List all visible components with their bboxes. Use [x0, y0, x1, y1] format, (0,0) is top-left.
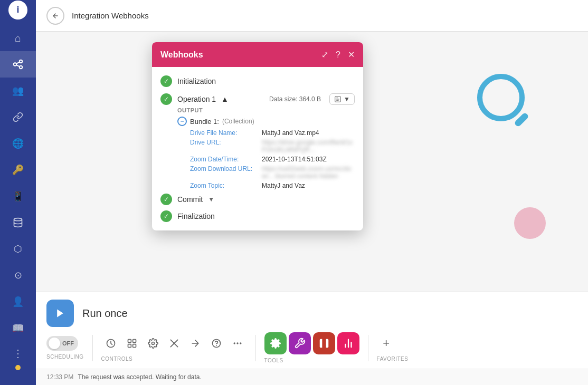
svg-line-4	[16, 65, 20, 66]
gear-tool-icon	[270, 338, 281, 349]
close-icon[interactable]: ✕	[348, 50, 355, 60]
device-icon: 📱	[12, 190, 24, 202]
flow-icon: ⊙	[14, 270, 22, 281]
help-button[interactable]	[207, 334, 226, 353]
plus-icon: +	[383, 336, 390, 350]
more-horiz-icon	[232, 338, 243, 349]
sidebar-item-book[interactable]: 📖	[0, 315, 36, 341]
back-button[interactable]	[46, 7, 64, 25]
initialization-item: ✓ Initialization	[160, 75, 355, 87]
tool-purple-button[interactable]	[289, 332, 311, 354]
controls-icons	[101, 334, 247, 353]
field-key-drive-file: Drive File Name:	[190, 129, 259, 137]
controls-section: CONTROLS	[101, 334, 247, 362]
canvas-area: ✓ Webhooks 1 Custom webhook Webhooks ⤢	[36, 32, 588, 292]
operation-item[interactable]: ✓ Operation 1 ▲ Data size: 364.0 B ▼	[160, 93, 355, 105]
clock-button[interactable]	[101, 334, 120, 353]
settings-button[interactable]	[144, 334, 163, 353]
favorites-section: + FAVORITES	[377, 334, 409, 362]
sidebar-nav: ⌂ 👥 🌐 🔑 📱	[0, 20, 36, 341]
bundle-tag: (Collection)	[222, 118, 254, 125]
send-button[interactable]	[186, 334, 205, 353]
svg-rect-12	[132, 344, 136, 348]
magic-button[interactable]	[165, 334, 184, 353]
status-message: The request was accepted. Waiting for da…	[78, 373, 201, 381]
favorites-icons: +	[377, 334, 396, 353]
export-button[interactable]: ▼	[329, 93, 355, 105]
scheduling-section: OFF SCHEDULING	[46, 336, 84, 360]
svg-point-2	[20, 66, 23, 69]
operation-check-icon: ✓	[160, 93, 172, 105]
run-once-button[interactable]	[46, 300, 74, 327]
bundle-collapse-btn[interactable]: −	[177, 117, 187, 126]
field-zoom-topic: Zoom Topic: MattyJ and Vaz	[190, 182, 355, 189]
tool-pink-button[interactable]	[337, 332, 359, 354]
svg-rect-9	[128, 340, 131, 343]
key-icon: 🔑	[12, 164, 24, 176]
sidebar-logo[interactable]: i	[0, 0, 36, 20]
svg-point-18	[240, 342, 241, 344]
sidebar-item-flow[interactable]: ⊙	[0, 262, 36, 288]
tool-green-button[interactable]	[264, 332, 287, 354]
sidebar-item-key[interactable]: 🔑	[0, 157, 36, 183]
scheduling-label: SCHEDULING	[46, 354, 84, 360]
commit-item[interactable]: ✓ Commit ▼	[160, 194, 355, 205]
svg-point-17	[236, 342, 238, 344]
field-zoom-download: Zoom Download URL: https://us02web.zoom.…	[190, 165, 355, 180]
add-favorite-button[interactable]: +	[377, 334, 396, 353]
play-icon	[55, 308, 65, 319]
tool-red-button[interactable]	[313, 332, 335, 354]
sidebar-item-connections[interactable]	[0, 51, 36, 78]
svg-point-1	[20, 60, 23, 63]
field-zoom-datetime: Zoom Date/Time: 2021-10-13T14:51:03Z	[190, 156, 355, 163]
sidebar-item-team[interactable]: 👥	[0, 78, 36, 104]
field-val-drive-file: MattyJ and Vaz.mp4	[262, 129, 319, 137]
modal-header-icons: ⤢ ? ✕	[321, 50, 355, 60]
sidebar-item-cube[interactable]: ⬡	[0, 236, 36, 262]
data-fields: Drive File Name: MattyJ and Vaz.mp4 Driv…	[190, 129, 355, 189]
dots-button[interactable]	[228, 334, 247, 353]
field-drive-url: Drive URL: https://drive.google.com/file…	[190, 139, 355, 153]
sidebar: i ⌂ 👥 🌐 🔑	[0, 0, 36, 385]
field-val-zoom-topic: MattyJ and Vaz	[262, 182, 305, 189]
scheduling-toggle[interactable]: OFF	[46, 336, 78, 351]
modal-header: Webhooks ⤢ ? ✕	[152, 42, 363, 67]
operation-label: Operation 1 ▲	[177, 95, 229, 103]
commit-check-icon: ✓	[160, 194, 172, 205]
home-icon: ⌂	[15, 32, 21, 44]
sidebar-item-home[interactable]: ⌂	[0, 25, 36, 51]
clock-icon	[106, 338, 116, 349]
magic-icon	[169, 338, 179, 349]
operation-arrow: ▲	[221, 95, 229, 103]
sidebar-item-users[interactable]: 👤	[0, 288, 36, 315]
sidebar-item-more[interactable]: ⋮	[13, 341, 23, 365]
bundle-row: − Bundle 1: (Collection)	[177, 117, 355, 126]
connections-icon	[12, 59, 24, 70]
status-dot	[15, 365, 21, 370]
database-icon	[13, 217, 23, 228]
scheduling-icons: OFF	[46, 336, 78, 351]
modal-body: ✓ Initialization ✓ Operation 1 ▲ Data si…	[152, 67, 363, 230]
sidebar-item-globe[interactable]: 🌐	[0, 130, 36, 157]
cube-icon: ⬡	[14, 243, 22, 255]
output-section: OUTPUT − Bundle 1: (Collection) Drive Fi…	[177, 107, 355, 189]
initialization-label: Initialization	[177, 77, 216, 85]
users-icon: 👤	[12, 296, 24, 307]
field-drive-file-name: Drive File Name: MattyJ and Vaz.mp4	[190, 129, 355, 137]
sidebar-item-database[interactable]	[0, 209, 36, 236]
expand-icon[interactable]: ⤢	[321, 50, 328, 60]
controls-label: CONTROLS	[101, 356, 133, 362]
svg-rect-10	[132, 340, 136, 343]
field-val-drive-url: https://drive.google.com/file/d/1xFGHJKL…	[262, 139, 355, 153]
help-icon[interactable]: ?	[336, 50, 340, 60]
sidebar-item-links[interactable]	[0, 104, 36, 130]
main-content: Integration Webhooks ✓ Webhooks 1	[36, 0, 588, 385]
commit-arrow: ▼	[208, 196, 214, 203]
divider-2	[255, 335, 256, 361]
logo-icon: i	[8, 1, 27, 20]
grid-button[interactable]	[122, 334, 141, 353]
finalization-check-icon: ✓	[160, 210, 172, 222]
field-key-drive-url: Drive URL:	[190, 139, 259, 146]
sidebar-item-device[interactable]: 📱	[0, 183, 36, 209]
finalization-label: Finalization	[177, 212, 215, 220]
